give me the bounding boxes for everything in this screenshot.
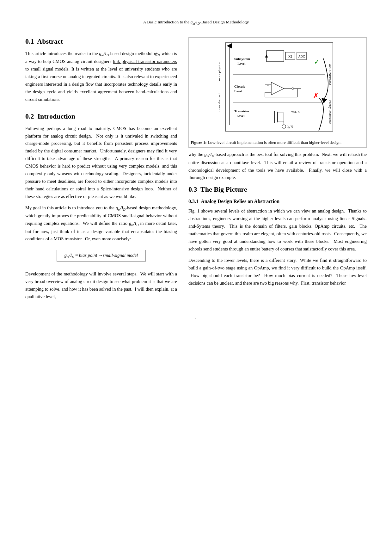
- introduction-heading: 0.2 Introduction: [25, 112, 177, 120]
- page: A Basic Introduction to the gm/ID-Based …: [0, 0, 392, 555]
- svg-point-30: [292, 88, 294, 89]
- svg-text:✗: ✗: [313, 92, 319, 100]
- figure-caption: Figure 1: Low-level circuit implementati…: [191, 139, 364, 146]
- intro-continuation: why the gm/ID-based approach is the best…: [188, 151, 367, 182]
- svg-text:W/L ??: W/L ??: [291, 110, 301, 114]
- svg-text:Level: Level: [234, 89, 242, 93]
- svg-text:more physical: more physical: [217, 61, 221, 81]
- abstraction-subheading: 0.3.1 Analog Design Relies on Abstractio…: [188, 199, 367, 204]
- svg-text:+: +: [267, 84, 269, 87]
- svg-text:ADC: ADC: [298, 55, 305, 58]
- abstract-section: 0.1 Abstract This article introduces the…: [25, 37, 177, 103]
- intro-para-2: My goal in this article is to introduce …: [25, 204, 177, 243]
- svg-text:Circuit: Circuit: [234, 84, 245, 88]
- svg-text:−: −: [267, 90, 269, 93]
- intro-para-1: Following perhaps a long road to maturit…: [25, 125, 177, 200]
- big-picture-section: 0.3 The Big Picture 0.3.1 Analog Design …: [188, 185, 367, 291]
- right-column: more abstract more physical Well Underst…: [188, 37, 367, 305]
- svg-text:✓: ✓: [314, 58, 320, 66]
- svg-text:more abstract: more abstract: [217, 93, 221, 112]
- page-header: A Basic Introduction to the gm/ID-Based …: [25, 19, 367, 26]
- introduction-section: 0.2 Introduction Following perhaps a lon…: [25, 112, 177, 301]
- main-content: 0.1 Abstract This article introduces the…: [25, 37, 367, 305]
- page-number: 1: [25, 317, 367, 322]
- formula: gm/ID ≈ bias point →small-signal model: [57, 250, 146, 262]
- big-picture-para-2: Descending to the lower levels, there is…: [188, 257, 367, 287]
- big-picture-heading: 0.3 The Big Picture: [188, 185, 367, 194]
- svg-text:Level: Level: [236, 114, 245, 118]
- link-physical-parameters[interactable]: link physical transistor parameters to s…: [25, 59, 177, 71]
- left-column: 0.1 Abstract This article introduces the…: [25, 37, 177, 305]
- svg-text:Level: Level: [237, 62, 246, 65]
- abstract-paragraph: This article introduces the reader to th…: [25, 50, 177, 103]
- header-text: A Basic Introduction to the gm/ID-Based …: [143, 20, 249, 24]
- figure-diagram: more abstract more physical Well Underst…: [216, 40, 339, 138]
- intro-para-3: Development of the methodology will invo…: [25, 270, 177, 301]
- big-picture-para-1: Fig. 1 shows several levels of abstracti…: [188, 207, 367, 253]
- figure-label: Figure 1:: [191, 140, 207, 145]
- figure-1: more abstract more physical Well Underst…: [188, 37, 367, 148]
- svg-text:Poorly Understood: Poorly Understood: [328, 100, 332, 124]
- svg-text:Transistor: Transistor: [234, 109, 250, 113]
- formula-container: gm/ID ≈ bias point →small-signal model: [25, 247, 177, 266]
- abstract-heading: 0.1 Abstract: [25, 37, 177, 46]
- svg-text:X2: X2: [288, 55, 292, 58]
- svg-text:Well Understood: Well Understood: [328, 64, 332, 85]
- svg-rect-14: [266, 51, 284, 62]
- svg-point-45: [282, 125, 286, 128]
- svg-text:Subsystem: Subsystem: [234, 57, 250, 61]
